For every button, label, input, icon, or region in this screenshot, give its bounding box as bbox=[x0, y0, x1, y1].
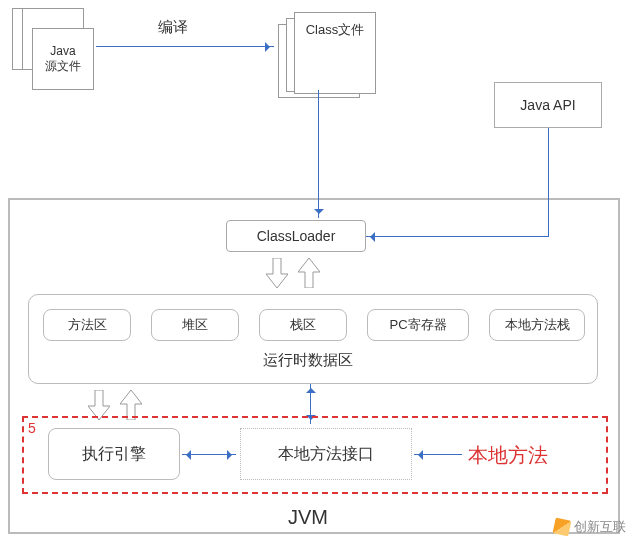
runtime-data-area: 方法区 堆区 栈区 PC寄存器 本地方法栈 运行时数据区 bbox=[28, 294, 598, 384]
java-api-box: Java API bbox=[494, 82, 602, 128]
arrow-api-down bbox=[548, 128, 549, 236]
java-source-line2: 源文件 bbox=[45, 58, 81, 75]
diagram-canvas: Java 源文件 编译 Class文件 Java API ClassLoader… bbox=[0, 0, 634, 542]
stack-box: 栈区 bbox=[259, 309, 347, 341]
watermark-text: 创新互联 bbox=[574, 518, 626, 536]
classloader-label: ClassLoader bbox=[257, 228, 336, 244]
arrow-source-to-class bbox=[96, 46, 274, 47]
hollow-arrow-up-1 bbox=[298, 258, 320, 288]
runtime-title: 运行时数据区 bbox=[263, 351, 353, 370]
class-file-label: Class文件 bbox=[306, 21, 365, 39]
pc-register-box: PC寄存器 bbox=[367, 309, 469, 341]
java-api-label: Java API bbox=[520, 97, 575, 113]
section-5-number: 5 bbox=[28, 420, 36, 436]
hollow-arrow-down-1 bbox=[266, 258, 288, 288]
arrow-exec-native bbox=[182, 454, 236, 455]
native-stack-box: 本地方法栈 bbox=[489, 309, 585, 341]
heap-box: 堆区 bbox=[151, 309, 239, 341]
arrow-methods-to-interface bbox=[414, 454, 462, 455]
watermark: 创新互联 bbox=[554, 518, 626, 536]
arrow-api-to-classloader bbox=[366, 236, 549, 237]
exec-engine-box: 执行引擎 bbox=[48, 428, 180, 480]
jvm-label: JVM bbox=[288, 506, 328, 529]
classloader-box: ClassLoader bbox=[226, 220, 366, 252]
native-methods-label: 本地方法 bbox=[468, 442, 548, 469]
method-area-box: 方法区 bbox=[43, 309, 131, 341]
compile-label: 编译 bbox=[158, 18, 188, 37]
native-interface-box: 本地方法接口 bbox=[240, 428, 412, 480]
java-source-line1: Java bbox=[50, 44, 75, 58]
arrow-class-to-classloader bbox=[318, 90, 319, 218]
watermark-logo-icon bbox=[553, 518, 572, 537]
